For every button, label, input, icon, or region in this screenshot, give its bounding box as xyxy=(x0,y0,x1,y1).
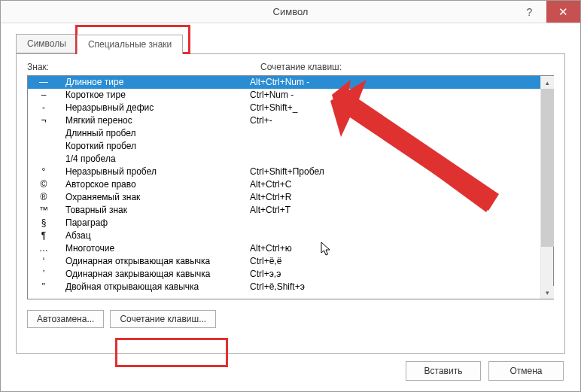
list-item[interactable]: °Неразрывный пробелCtrl+Shift+Пробел xyxy=(28,166,540,178)
list-headers: Знак: Сочетание клавиш: xyxy=(27,62,554,72)
header-sign: Знак: xyxy=(27,62,260,72)
list-item[interactable]: Короткий пробел xyxy=(28,140,540,153)
list-item[interactable]: ™Товарный знакAlt+Ctrl+T xyxy=(28,204,540,217)
insert-button[interactable]: Вставить xyxy=(406,361,481,381)
list-item[interactable]: -Неразрывный дефисCtrl+Shift+_ xyxy=(28,102,540,114)
special-characters-list: —Длинное тиреAlt+Ctrl+Num -–Короткое тир… xyxy=(27,75,554,299)
item-symbol: ® xyxy=(28,191,65,204)
item-symbol: ‘ xyxy=(28,255,65,268)
close-button[interactable]: ✕ xyxy=(546,1,580,23)
item-name: Одинарная открывающая кавычка xyxy=(65,255,250,268)
list-item[interactable]: ‘Одинарная открывающая кавычкаCtrl+ё,ё xyxy=(28,255,540,268)
item-name: Охраняемый знак xyxy=(65,191,250,204)
scroll-down-button[interactable]: ▾ xyxy=(541,286,554,299)
scroll-up-button[interactable]: ▴ xyxy=(541,76,554,89)
list-item[interactable]: ©Авторское правоAlt+Ctrl+C xyxy=(28,178,540,191)
item-symbol: - xyxy=(28,102,65,114)
item-symbol xyxy=(28,140,65,153)
list-item[interactable]: 1/4 пробела xyxy=(28,153,540,166)
item-symbol: ¬ xyxy=(28,114,65,127)
dialog-window: Символ ? ✕ Символы Специальные знаки Зна… xyxy=(0,0,581,392)
item-shortcut: Alt+Ctrl+T xyxy=(250,204,540,217)
item-symbol: © xyxy=(28,178,65,191)
item-shortcut: Alt+Ctrl+R xyxy=(250,191,540,204)
item-symbol xyxy=(28,153,65,166)
item-shortcut: Ctrl+Shift+Пробел xyxy=(250,166,540,178)
item-name: Многоточие xyxy=(65,242,250,255)
item-name: Авторское право xyxy=(65,178,250,191)
item-name: Одинарная закрывающая кавычка xyxy=(65,268,250,281)
item-name: Товарный знак xyxy=(65,204,250,217)
item-symbol xyxy=(28,127,65,140)
list-item[interactable]: "Двойная открывающая кавычкаCtrl+ё,Shift… xyxy=(28,281,540,293)
tab-special-characters[interactable]: Специальные знаки xyxy=(77,35,183,54)
tab-symbols[interactable]: Символы xyxy=(16,34,78,53)
item-name: Двойная открывающая кавычка xyxy=(65,281,250,293)
item-symbol: § xyxy=(28,217,65,229)
special-panel: Знак: Сочетание клавиш: —Длинное тиреAlt… xyxy=(16,53,565,354)
item-name: 1/4 пробела xyxy=(65,153,250,166)
list-item[interactable]: ¶Абзац xyxy=(28,229,540,242)
window-title: Символ xyxy=(273,6,309,17)
tabs: Символы Специальные знаки xyxy=(16,32,565,53)
item-shortcut: Ctrl+- xyxy=(250,114,540,127)
item-shortcut: Alt+Ctrl+C xyxy=(250,178,540,191)
item-symbol: – xyxy=(28,89,65,102)
list-item[interactable]: –Короткое тиреCtrl+Num - xyxy=(28,89,540,102)
item-symbol: — xyxy=(28,76,65,89)
scroll-thumb[interactable] xyxy=(541,89,554,247)
item-name: Короткий пробел xyxy=(65,140,250,153)
header-shortcut: Сочетание клавиш: xyxy=(260,62,554,72)
list-item[interactable]: ’Одинарная закрывающая кавычкаCtrl+э,э xyxy=(28,268,540,281)
autocorrect-button[interactable]: Автозамена... xyxy=(27,310,104,328)
dialog-buttons: Вставить Отмена xyxy=(16,361,565,381)
item-name: Длинный пробел xyxy=(65,127,250,140)
item-symbol: ™ xyxy=(28,204,65,217)
item-name: Длинное тире xyxy=(65,76,250,89)
titlebar: Символ ? ✕ xyxy=(1,1,580,23)
list-item[interactable]: ®Охраняемый знакAlt+Ctrl+R xyxy=(28,191,540,204)
item-shortcut xyxy=(250,153,540,166)
item-symbol: ’ xyxy=(28,268,65,281)
shortcut-key-button[interactable]: Сочетание клавиш... xyxy=(110,310,216,328)
item-name: Абзац xyxy=(65,229,250,242)
item-name: Параграф xyxy=(65,217,250,229)
item-symbol: ° xyxy=(28,166,65,178)
item-symbol: " xyxy=(28,281,65,293)
cancel-button[interactable]: Отмена xyxy=(488,361,564,381)
item-name: Неразрывный дефис xyxy=(65,102,250,114)
item-shortcut: Alt+Ctrl+Num - xyxy=(250,76,540,89)
list-body[interactable]: —Длинное тиреAlt+Ctrl+Num -–Короткое тир… xyxy=(28,76,540,299)
item-name: Короткое тире xyxy=(65,89,250,102)
titlebar-buttons: ? ✕ xyxy=(513,1,580,23)
list-item[interactable]: §Параграф xyxy=(28,217,540,229)
item-shortcut: Ctrl+ё,Shift+э xyxy=(250,281,540,293)
list-item[interactable]: Длинный пробел xyxy=(28,127,540,140)
item-shortcut xyxy=(250,127,540,140)
item-shortcut xyxy=(250,229,540,242)
scrollbar[interactable]: ▴ ▾ xyxy=(540,76,553,299)
item-shortcut: Ctrl+Shift+_ xyxy=(250,102,540,114)
item-shortcut: Ctrl+э,э xyxy=(250,268,540,281)
dialog-body: Символы Специальные знаки Знак: Сочетани… xyxy=(1,23,580,391)
item-name: Мягкий перенос xyxy=(65,114,250,127)
item-shortcut xyxy=(250,217,540,229)
item-symbol: … xyxy=(28,242,65,255)
panel-buttons: Автозамена... Сочетание клавиш... xyxy=(27,310,554,328)
item-shortcut: Ctrl+Num - xyxy=(250,89,540,102)
help-button[interactable]: ? xyxy=(513,1,546,23)
item-name: Неразрывный пробел xyxy=(65,166,250,178)
item-shortcut: Alt+Ctrl+ю xyxy=(250,242,540,255)
list-item[interactable]: …МноготочиеAlt+Ctrl+ю xyxy=(28,242,540,255)
item-shortcut xyxy=(250,140,540,153)
list-item[interactable]: —Длинное тиреAlt+Ctrl+Num - xyxy=(28,76,540,89)
item-shortcut: Ctrl+ё,ё xyxy=(250,255,540,268)
list-item[interactable]: ¬Мягкий переносCtrl+- xyxy=(28,114,540,127)
item-symbol: ¶ xyxy=(28,229,65,242)
